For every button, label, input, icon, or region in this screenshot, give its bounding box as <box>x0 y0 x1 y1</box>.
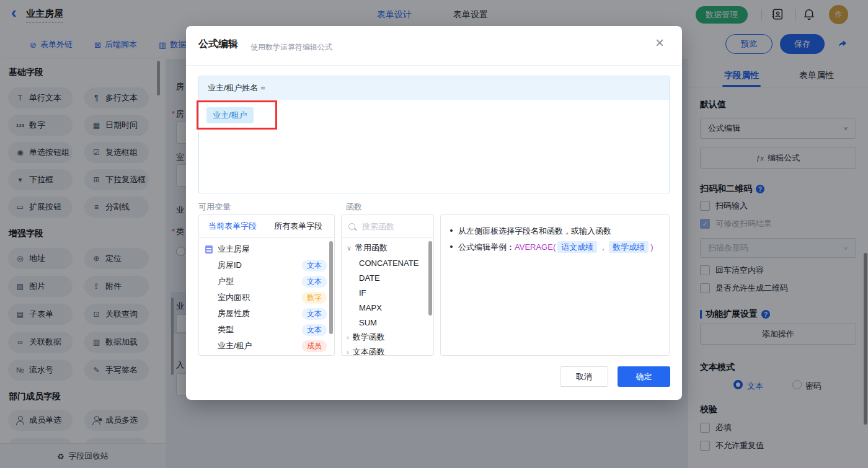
variable-row[interactable]: 房屋性质文本 <box>199 306 334 322</box>
function-item[interactable]: DATE <box>342 270 433 285</box>
type-tag: 成员 <box>302 340 327 352</box>
annotation-highlight-box <box>197 100 277 130</box>
function-item[interactable]: IF <box>342 285 433 300</box>
function-item[interactable]: MAPX <box>342 300 433 315</box>
function-group-common[interactable]: ∨常用函数 <box>342 241 433 255</box>
search-icon <box>348 223 355 230</box>
variable-name: 室内面积 <box>218 292 250 303</box>
type-tag: 文本 <box>302 308 327 320</box>
variable-row[interactable]: 房屋ID文本 <box>199 257 334 273</box>
bullet-dot <box>450 229 453 232</box>
function-search-input[interactable] <box>361 221 422 232</box>
variable-row[interactable]: 类型文本 <box>199 322 334 338</box>
example-function-open: AVERAGE( <box>515 242 556 252</box>
example-comma: ， <box>599 242 607 252</box>
variable-name: 业主/租户 <box>218 340 252 351</box>
modal-title: 公式编辑 <box>198 38 238 51</box>
function-group-text[interactable]: ›文本函数 <box>342 345 433 356</box>
modal-subtitle: 使用数学运算符编辑公式 <box>250 42 332 53</box>
type-tag: 文本 <box>302 260 327 272</box>
variable-row[interactable]: 业主/租户成员 <box>199 338 334 354</box>
group-label: 文本函数 <box>353 347 385 356</box>
formula-target: 业主/租户姓名 = <box>208 82 265 94</box>
variable-name: 房屋ID <box>218 260 242 271</box>
formula-target-bar: 业主/租户姓名 = <box>199 76 669 100</box>
tip-prefix: 公式编辑举例： <box>458 242 515 252</box>
function-item[interactable]: CONCATENATE <box>342 255 433 270</box>
functions-scrollbar[interactable] <box>428 241 432 316</box>
close-icon[interactable]: × <box>655 36 664 50</box>
type-tag: 文本 <box>302 276 327 288</box>
variable-name: 房屋性质 <box>218 308 250 319</box>
type-tag: 数字 <box>302 292 327 304</box>
app-root: ‹ 业主房屋 表单设计 表单设置 数据管理 作 ⊘ 表单外链 ⊠ 后端脚本 ▥ … <box>0 0 868 468</box>
variables-tabs: 当前表单字段 所有表单字段 <box>199 215 334 238</box>
root-label: 业主房屋 <box>218 244 250 255</box>
formula-edit-modal: 公式编辑 使用数学运算符编辑公式 × 业主/租户姓名 = 业主/租户 可用变量 … <box>186 26 682 400</box>
tab-current-form-fields[interactable]: 当前表单字段 <box>208 221 257 232</box>
bullet-dot <box>450 245 453 248</box>
variables-label: 可用变量 <box>198 201 231 213</box>
type-tag: 文本 <box>302 324 327 336</box>
form-doc-icon <box>205 245 213 254</box>
chevron-right-icon: › <box>347 348 349 356</box>
variables-root-node[interactable]: 业主房屋 <box>199 241 334 257</box>
chevron-open-icon: ∨ <box>347 244 352 252</box>
functions-label: 函数 <box>346 201 362 213</box>
variable-row[interactable]: 室内面积数字 <box>199 289 334 306</box>
formula-editor[interactable]: 业主/租户姓名 = 业主/租户 <box>198 76 670 193</box>
variables-panel: 当前表单字段 所有表单字段 业主房屋 房屋ID文本 户型文本 室内面积数字 房屋… <box>198 214 335 356</box>
group-label: 数学函数 <box>353 332 385 343</box>
variable-name: 户型 <box>218 276 234 287</box>
example-arg-tag: 数学成绩 <box>609 241 649 253</box>
example-function-close: ) <box>650 242 653 252</box>
functions-panel: ∨常用函数 CONCATENATE DATE IF MAPX SUM ›数学函数… <box>341 214 434 356</box>
confirm-button[interactable]: 确定 <box>618 366 670 387</box>
example-arg-tag: 语文成绩 <box>557 241 597 253</box>
variable-name: 类型 <box>218 324 234 335</box>
chevron-right-icon: › <box>347 333 349 341</box>
help-tip-2: 公式编辑举例：AVERAGE(语文成绩，数学成绩) <box>450 239 660 255</box>
variables-scrollbar[interactable] <box>329 241 333 334</box>
tip-text: 从左侧面板选择字段名和函数，或输入函数 <box>458 226 611 236</box>
group-label: 常用函数 <box>355 242 388 254</box>
function-group-math[interactable]: ›数学函数 <box>342 330 433 345</box>
cancel-button[interactable]: 取消 <box>560 366 608 387</box>
function-search[interactable] <box>342 215 433 238</box>
tab-all-form-fields[interactable]: 所有表单字段 <box>274 221 322 232</box>
variable-row[interactable]: 户型文本 <box>199 273 334 289</box>
help-panel: 从左侧面板选择字段名和函数，或输入函数 公式编辑举例：AVERAGE(语文成绩，… <box>440 214 670 356</box>
divider <box>186 65 682 66</box>
help-tip-1: 从左侧面板选择字段名和函数，或输入函数 <box>450 223 660 239</box>
function-item[interactable]: SUM <box>342 315 433 330</box>
